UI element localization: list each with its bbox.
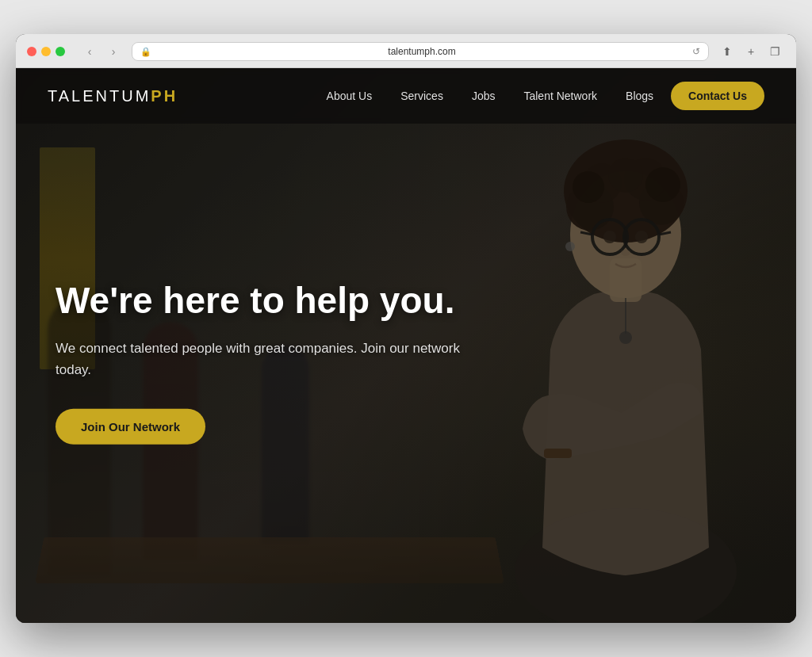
url-display: talentumph.com bbox=[156, 46, 688, 57]
forward-button[interactable]: › bbox=[103, 43, 124, 60]
nav-services[interactable]: Services bbox=[389, 83, 454, 109]
join-network-button[interactable]: Join Our Network bbox=[56, 409, 205, 445]
minimize-button[interactable] bbox=[41, 47, 51, 56]
browser-navigation: ‹ › bbox=[79, 43, 124, 60]
reload-icon[interactable]: ↺ bbox=[692, 46, 700, 57]
close-button[interactable] bbox=[27, 47, 36, 56]
website: TALENTUM PH About Us Services Jobs Talen… bbox=[16, 68, 796, 623]
hero-content: We're here to help you. We connect talen… bbox=[56, 280, 468, 445]
nav-blogs[interactable]: Blogs bbox=[615, 83, 665, 109]
copy-tab-button[interactable]: ❐ bbox=[764, 43, 785, 60]
new-tab-button[interactable]: + bbox=[741, 43, 761, 60]
logo-ph: PH bbox=[151, 87, 178, 105]
logo-talentum: TALENTUM bbox=[48, 87, 151, 105]
nav-about[interactable]: About Us bbox=[316, 83, 384, 109]
nav-talent-network[interactable]: Talent Network bbox=[512, 83, 608, 109]
browser-actions: ⬆ + ❐ bbox=[717, 43, 785, 60]
hero-subtitle: We connect talented people with great co… bbox=[56, 338, 468, 380]
browser-window: ‹ › 🔒 talentumph.com ↺ ⬆ + ❐ bbox=[16, 34, 796, 623]
address-bar[interactable]: 🔒 talentumph.com ↺ bbox=[132, 42, 709, 61]
navbar: TALENTUM PH About Us Services Jobs Talen… bbox=[16, 68, 796, 124]
nav-jobs[interactable]: Jobs bbox=[461, 83, 507, 109]
logo[interactable]: TALENTUM PH bbox=[48, 87, 178, 105]
share-button[interactable]: ⬆ bbox=[717, 43, 737, 60]
contact-us-button[interactable]: Contact Us bbox=[671, 82, 764, 110]
browser-chrome: ‹ › 🔒 talentumph.com ↺ ⬆ + ❐ bbox=[16, 34, 796, 68]
nav-links: About Us Services Jobs Talent Network Bl… bbox=[316, 82, 764, 110]
hero-section: TALENTUM PH About Us Services Jobs Talen… bbox=[16, 68, 796, 623]
hero-title: We're here to help you. bbox=[56, 280, 468, 322]
lock-icon: 🔒 bbox=[140, 47, 151, 57]
traffic-lights bbox=[27, 47, 65, 56]
maximize-button[interactable] bbox=[56, 47, 65, 56]
back-button[interactable]: ‹ bbox=[79, 43, 100, 60]
